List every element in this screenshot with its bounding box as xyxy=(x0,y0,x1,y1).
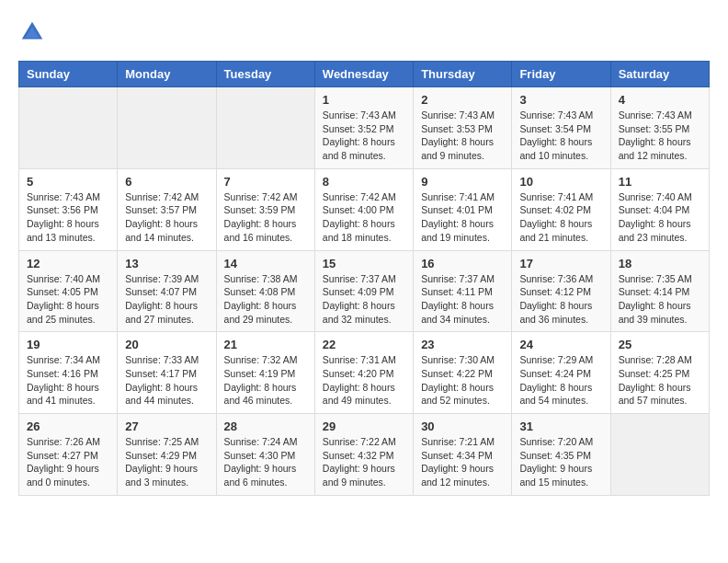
day-info: Sunrise: 7:40 AM Sunset: 4:05 PM Dayligh… xyxy=(27,272,109,327)
day-number: 26 xyxy=(27,419,109,433)
calendar-cell: 21Sunrise: 7:32 AM Sunset: 4:19 PM Dayli… xyxy=(216,332,314,414)
day-number: 8 xyxy=(323,175,405,189)
calendar-cell: 11Sunrise: 7:40 AM Sunset: 4:04 PM Dayli… xyxy=(610,168,709,250)
day-info: Sunrise: 7:43 AM Sunset: 3:53 PM Dayligh… xyxy=(421,109,504,163)
day-number: 10 xyxy=(519,175,602,189)
day-info: Sunrise: 7:25 AM Sunset: 4:29 PM Dayligh… xyxy=(125,435,208,489)
day-number: 18 xyxy=(619,257,701,270)
day-info: Sunrise: 7:28 AM Sunset: 4:25 PM Dayligh… xyxy=(619,353,701,408)
day-number: 15 xyxy=(323,257,405,270)
calendar-cell: 31Sunrise: 7:20 AM Sunset: 4:35 PM Dayli… xyxy=(512,414,610,496)
calendar-cell: 17Sunrise: 7:36 AM Sunset: 4:12 PM Dayli… xyxy=(512,250,610,332)
calendar-cell: 1Sunrise: 7:43 AM Sunset: 3:52 PM Daylig… xyxy=(314,87,413,169)
day-info: Sunrise: 7:22 AM Sunset: 4:32 PM Dayligh… xyxy=(323,435,405,489)
calendar-cell: 6Sunrise: 7:42 AM Sunset: 3:57 PM Daylig… xyxy=(118,168,216,250)
calendar-cell: 18Sunrise: 7:35 AM Sunset: 4:14 PM Dayli… xyxy=(610,250,709,332)
calendar-week-row: 19Sunrise: 7:34 AM Sunset: 4:16 PM Dayli… xyxy=(19,332,710,414)
calendar-cell: 8Sunrise: 7:42 AM Sunset: 4:00 PM Daylig… xyxy=(314,168,413,250)
day-number: 29 xyxy=(323,419,405,433)
logo xyxy=(18,18,50,46)
day-number: 13 xyxy=(125,257,208,270)
day-of-week-header: Saturday xyxy=(610,62,709,87)
day-number: 28 xyxy=(224,419,307,433)
calendar-cell: 5Sunrise: 7:43 AM Sunset: 3:56 PM Daylig… xyxy=(19,168,118,250)
day-number: 4 xyxy=(619,93,701,107)
calendar-cell: 16Sunrise: 7:37 AM Sunset: 4:11 PM Dayli… xyxy=(414,250,512,332)
calendar-cell: 29Sunrise: 7:22 AM Sunset: 4:32 PM Dayli… xyxy=(314,414,413,496)
day-of-week-header: Thursday xyxy=(414,62,512,87)
day-info: Sunrise: 7:37 AM Sunset: 4:11 PM Dayligh… xyxy=(421,272,504,327)
calendar-cell: 25Sunrise: 7:28 AM Sunset: 4:25 PM Dayli… xyxy=(610,332,709,414)
day-info: Sunrise: 7:24 AM Sunset: 4:30 PM Dayligh… xyxy=(224,435,307,489)
day-number: 2 xyxy=(421,93,504,107)
day-of-week-header: Wednesday xyxy=(314,62,413,87)
day-of-week-header: Sunday xyxy=(19,62,118,87)
calendar-cell: 9Sunrise: 7:41 AM Sunset: 4:01 PM Daylig… xyxy=(414,168,512,250)
day-info: Sunrise: 7:36 AM Sunset: 4:12 PM Dayligh… xyxy=(519,272,602,327)
calendar-cell xyxy=(216,87,314,169)
day-number: 21 xyxy=(224,338,307,351)
calendar-cell xyxy=(610,414,709,496)
calendar-cell: 14Sunrise: 7:38 AM Sunset: 4:08 PM Dayli… xyxy=(216,250,314,332)
day-info: Sunrise: 7:31 AM Sunset: 4:20 PM Dayligh… xyxy=(323,353,405,408)
day-number: 20 xyxy=(125,338,208,351)
day-info: Sunrise: 7:40 AM Sunset: 4:04 PM Dayligh… xyxy=(619,190,701,245)
day-number: 31 xyxy=(519,419,602,433)
calendar-cell: 22Sunrise: 7:31 AM Sunset: 4:20 PM Dayli… xyxy=(314,332,413,414)
day-number: 16 xyxy=(421,257,504,270)
day-info: Sunrise: 7:21 AM Sunset: 4:34 PM Dayligh… xyxy=(421,435,504,489)
day-info: Sunrise: 7:39 AM Sunset: 4:07 PM Dayligh… xyxy=(125,272,208,327)
day-info: Sunrise: 7:34 AM Sunset: 4:16 PM Dayligh… xyxy=(27,353,109,408)
calendar-cell: 3Sunrise: 7:43 AM Sunset: 3:54 PM Daylig… xyxy=(512,87,610,169)
calendar-cell: 30Sunrise: 7:21 AM Sunset: 4:34 PM Dayli… xyxy=(414,414,512,496)
day-number: 11 xyxy=(619,175,701,189)
day-info: Sunrise: 7:37 AM Sunset: 4:09 PM Dayligh… xyxy=(323,272,405,327)
calendar-cell: 10Sunrise: 7:41 AM Sunset: 4:02 PM Dayli… xyxy=(512,168,610,250)
day-number: 17 xyxy=(519,257,602,270)
logo-icon xyxy=(18,18,46,46)
day-number: 14 xyxy=(224,257,307,270)
day-number: 25 xyxy=(619,338,701,351)
calendar-cell: 24Sunrise: 7:29 AM Sunset: 4:24 PM Dayli… xyxy=(512,332,610,414)
day-info: Sunrise: 7:41 AM Sunset: 4:01 PM Dayligh… xyxy=(421,190,504,245)
day-number: 6 xyxy=(125,175,208,189)
day-number: 22 xyxy=(323,338,405,351)
calendar-header-row: SundayMondayTuesdayWednesdayThursdayFrid… xyxy=(19,62,710,87)
day-info: Sunrise: 7:41 AM Sunset: 4:02 PM Dayligh… xyxy=(519,190,602,245)
day-number: 1 xyxy=(323,93,405,107)
day-info: Sunrise: 7:29 AM Sunset: 4:24 PM Dayligh… xyxy=(519,353,602,408)
calendar-cell: 15Sunrise: 7:37 AM Sunset: 4:09 PM Dayli… xyxy=(314,250,413,332)
day-info: Sunrise: 7:42 AM Sunset: 4:00 PM Dayligh… xyxy=(323,190,405,245)
day-number: 9 xyxy=(421,175,504,189)
day-number: 19 xyxy=(27,338,109,351)
calendar-week-row: 12Sunrise: 7:40 AM Sunset: 4:05 PM Dayli… xyxy=(19,250,710,332)
calendar-cell: 7Sunrise: 7:42 AM Sunset: 3:59 PM Daylig… xyxy=(216,168,314,250)
day-info: Sunrise: 7:33 AM Sunset: 4:17 PM Dayligh… xyxy=(125,353,208,408)
day-number: 7 xyxy=(224,175,307,189)
calendar-cell xyxy=(118,87,216,169)
day-info: Sunrise: 7:43 AM Sunset: 3:55 PM Dayligh… xyxy=(619,109,701,163)
day-number: 5 xyxy=(27,175,109,189)
calendar-week-row: 26Sunrise: 7:26 AM Sunset: 4:27 PM Dayli… xyxy=(19,414,710,496)
day-number: 24 xyxy=(519,338,602,351)
day-info: Sunrise: 7:38 AM Sunset: 4:08 PM Dayligh… xyxy=(224,272,307,327)
day-info: Sunrise: 7:42 AM Sunset: 3:57 PM Dayligh… xyxy=(125,190,208,245)
day-number: 12 xyxy=(27,257,109,270)
day-number: 30 xyxy=(421,419,504,433)
page-header xyxy=(18,18,710,46)
day-of-week-header: Monday xyxy=(118,62,216,87)
calendar-cell: 2Sunrise: 7:43 AM Sunset: 3:53 PM Daylig… xyxy=(414,87,512,169)
day-info: Sunrise: 7:43 AM Sunset: 3:52 PM Dayligh… xyxy=(323,109,405,163)
calendar-table: SundayMondayTuesdayWednesdayThursdayFrid… xyxy=(18,61,710,496)
day-info: Sunrise: 7:26 AM Sunset: 4:27 PM Dayligh… xyxy=(27,435,109,489)
calendar-cell: 13Sunrise: 7:39 AM Sunset: 4:07 PM Dayli… xyxy=(118,250,216,332)
calendar-week-row: 1Sunrise: 7:43 AM Sunset: 3:52 PM Daylig… xyxy=(19,87,710,169)
day-info: Sunrise: 7:20 AM Sunset: 4:35 PM Dayligh… xyxy=(519,435,602,489)
day-info: Sunrise: 7:43 AM Sunset: 3:56 PM Dayligh… xyxy=(27,190,109,245)
day-info: Sunrise: 7:35 AM Sunset: 4:14 PM Dayligh… xyxy=(619,272,701,327)
day-of-week-header: Friday xyxy=(512,62,610,87)
calendar-cell: 12Sunrise: 7:40 AM Sunset: 4:05 PM Dayli… xyxy=(19,250,118,332)
calendar-cell: 20Sunrise: 7:33 AM Sunset: 4:17 PM Dayli… xyxy=(118,332,216,414)
day-info: Sunrise: 7:30 AM Sunset: 4:22 PM Dayligh… xyxy=(421,353,504,408)
calendar-cell: 28Sunrise: 7:24 AM Sunset: 4:30 PM Dayli… xyxy=(216,414,314,496)
